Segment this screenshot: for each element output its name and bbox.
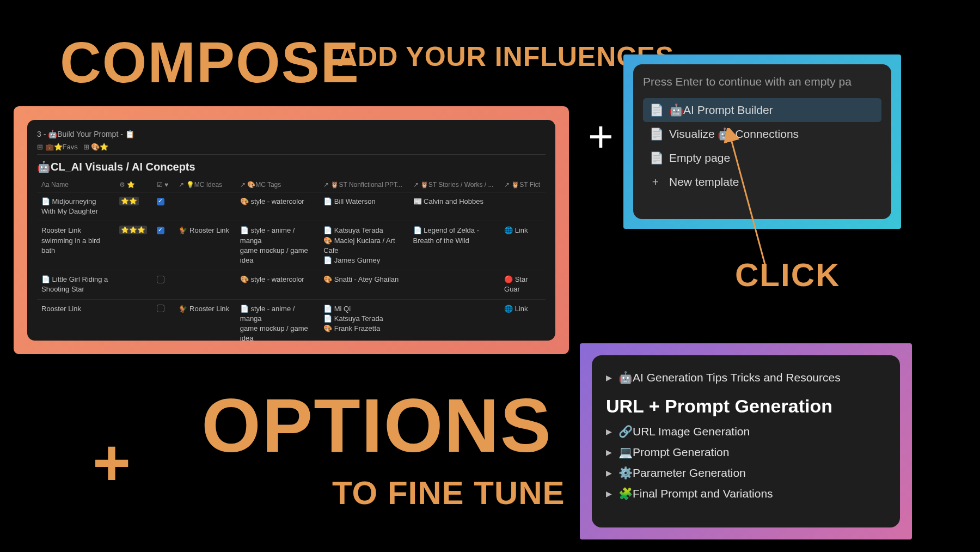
toggle-label: ⚙️Parameter Generation — [618, 466, 746, 480]
cell-check[interactable] — [152, 299, 175, 341]
col-stars[interactable]: ⚙ ⭐ — [115, 178, 152, 192]
checkbox[interactable] — [157, 276, 164, 283]
template-menu-frame: Press Enter to continue with an empty pa… — [623, 54, 901, 229]
cell-fict[interactable]: 🔴 Star Guar — [500, 270, 546, 299]
template-menu-item[interactable]: 📄Empty page — [643, 146, 881, 170]
col-nonfict[interactable]: ↗ 🦉ST Nonfictional PPT... — [319, 178, 408, 192]
cell-tags[interactable]: 📄 style - anime / manga game mockup / ga… — [236, 221, 319, 270]
page-icon: 📄 — [650, 104, 661, 117]
cell-ideas[interactable]: 🐓 Rooster Link — [174, 221, 235, 270]
page-icon: 📄 — [650, 151, 661, 165]
toggle-caret-icon: ▶ — [606, 469, 612, 477]
toggle-label: 💻Prompt Generation — [618, 446, 729, 459]
toggle-label: 🤖AI Generation Tips Tricks and Resources — [618, 371, 841, 384]
cell-ideas[interactable] — [174, 270, 235, 299]
breadcrumb[interactable]: 3 - 🤖Build Your Prompt - 📋 — [37, 130, 546, 138]
cell-stars[interactable]: ⭐⭐ — [115, 192, 152, 221]
cell-check[interactable] — [152, 192, 175, 221]
heading-to-fine-tune: TO FINE TUNE — [332, 474, 565, 512]
cell-stars[interactable] — [115, 270, 152, 299]
template-menu-item[interactable]: 📄🤖AI Prompt Builder — [643, 98, 881, 122]
toggle-label: 🧩Final Prompt and Variations — [618, 487, 773, 500]
options-panel-frame: ▶ 🤖AI Generation Tips Tricks and Resourc… — [580, 343, 912, 539]
cell-check[interactable] — [152, 270, 175, 299]
table-row[interactable]: Rooster Link🐓 Rooster Link📄 style - anim… — [37, 299, 546, 341]
template-menu-label: Visualize 🤖 Connections — [669, 128, 799, 141]
heading-compose: COMPOSE — [60, 30, 360, 95]
col-stories[interactable]: ↗ 🦉ST Stories / Works / ... — [409, 178, 500, 192]
compose-panel: 3 - 🤖Build Your Prompt - 📋 ⊞ 💼⭐Favs ⊞ 🎨⭐… — [27, 120, 555, 341]
checkbox[interactable] — [157, 305, 164, 312]
plus-icon: + — [650, 175, 661, 189]
template-menu-label: New template — [669, 175, 739, 189]
toggle-item[interactable]: ▶⚙️Parameter Generation — [606, 463, 886, 483]
cell-nonfict[interactable]: 📄 Bill Waterson — [319, 192, 408, 221]
checkbox[interactable] — [157, 227, 164, 234]
heading-options: OPTIONS — [201, 381, 552, 470]
toggle-item[interactable]: ▶🧩Final Prompt and Variations — [606, 483, 886, 504]
template-menu-item[interactable]: 📄Visualize 🤖 Connections — [643, 122, 881, 146]
heading-click: CLICK — [735, 256, 840, 294]
cell-tags[interactable]: 📄 style - anime / manga game mockup / ga… — [236, 299, 319, 341]
cell-stars[interactable] — [115, 299, 152, 341]
cell-ideas[interactable] — [174, 192, 235, 221]
tab-favs[interactable]: ⊞ 💼⭐Favs — [37, 143, 78, 151]
template-menu-label: 🤖AI Prompt Builder — [669, 104, 773, 117]
cell-tags[interactable]: 🎨 style - watercolor — [236, 270, 319, 299]
table-row[interactable]: 📄 Midjourneying With My Daughter⭐⭐🎨 styl… — [37, 192, 546, 221]
cell-fict[interactable]: 🌐 Link — [500, 221, 546, 270]
col-check[interactable]: ☑ ♥ — [152, 178, 175, 192]
toggle-caret-icon: ▶ — [606, 373, 612, 382]
plus-symbol-1: + — [588, 112, 614, 162]
table-row[interactable]: 📄 Little Girl Riding a Shooting Star🎨 st… — [37, 270, 546, 299]
compose-panel-frame: 3 - 🤖Build Your Prompt - 📋 ⊞ 💼⭐Favs ⊞ 🎨⭐… — [14, 106, 569, 354]
toggle-caret-icon: ▶ — [606, 448, 612, 457]
cell-stories[interactable] — [409, 299, 500, 341]
template-menu-item[interactable]: +New template — [643, 170, 881, 194]
options-panel: ▶ 🤖AI Generation Tips Tricks and Resourc… — [592, 355, 900, 527]
toggle-caret-icon: ▶ — [606, 427, 612, 436]
database-title[interactable]: 🤖CL_AI Visuals / AI Concepts — [37, 160, 546, 173]
cell-ideas[interactable]: 🐓 Rooster Link — [174, 299, 235, 341]
toggle-label: 🔗URL Image Generation — [618, 425, 750, 438]
empty-page-hint: Press Enter to continue with an empty pa — [643, 75, 881, 88]
cell-name[interactable]: 📄 Little Girl Riding a Shooting Star — [37, 270, 115, 299]
cell-nonfict[interactable]: 📄 Katsuya Terada🎨 Maciej Kuciara / Art C… — [319, 221, 408, 270]
cell-nonfict[interactable]: 🎨 Snatti - Atey Ghailan — [319, 270, 408, 299]
template-menu-label: Empty page — [669, 151, 730, 165]
col-tags[interactable]: ↗ 🎨MC Tags — [236, 178, 319, 192]
toggle-caret-icon: ▶ — [606, 489, 612, 498]
cell-check[interactable] — [152, 221, 175, 270]
template-menu: Press Enter to continue with an empty pa… — [633, 64, 891, 219]
cell-stories[interactable]: 📄 Legend of Zelda - Breath of the Wild — [409, 221, 500, 270]
col-name[interactable]: Aa Name — [37, 178, 115, 192]
cell-stars[interactable]: ⭐⭐⭐ — [115, 221, 152, 270]
page-icon: 📄 — [650, 128, 661, 141]
cell-fict[interactable]: 🌐 Link — [500, 299, 546, 341]
col-ideas[interactable]: ↗ 💡MC Ideas — [174, 178, 235, 192]
concepts-table: Aa Name ⚙ ⭐ ☑ ♥ ↗ 💡MC Ideas ↗ 🎨MC Tags ↗… — [37, 178, 546, 341]
toggle-item[interactable]: ▶💻Prompt Generation — [606, 442, 886, 463]
section-heading: URL + Prompt Generation — [606, 396, 886, 417]
cell-nonfict[interactable]: 📄 Mi Qi📄 Katsuya Terada🎨 Frank Frazetta — [319, 299, 408, 341]
toggle-item[interactable]: ▶🔗URL Image Generation — [606, 421, 886, 442]
cell-tags[interactable]: 🎨 style - watercolor — [236, 192, 319, 221]
toggle-ai-tips[interactable]: ▶ 🤖AI Generation Tips Tricks and Resourc… — [606, 367, 886, 388]
cell-stories[interactable] — [409, 270, 500, 299]
cell-stories[interactable]: 📰 Calvin and Hobbes — [409, 192, 500, 221]
col-fict[interactable]: ↗ 🦉ST Fict — [500, 178, 546, 192]
cell-name[interactable]: Rooster Link swimming in a bird bath — [37, 221, 115, 270]
checkbox[interactable] — [157, 198, 164, 205]
table-row[interactable]: Rooster Link swimming in a bird bath⭐⭐⭐🐓… — [37, 221, 546, 270]
plus-symbol-2: + — [93, 425, 132, 500]
view-tabs: ⊞ 💼⭐Favs ⊞ 🎨⭐ — [37, 143, 546, 155]
tab-other[interactable]: ⊞ 🎨⭐ — [83, 143, 109, 151]
cell-fict[interactable] — [500, 192, 546, 221]
cell-name[interactable]: 📄 Midjourneying With My Daughter — [37, 192, 115, 221]
cell-name[interactable]: Rooster Link — [37, 299, 115, 341]
